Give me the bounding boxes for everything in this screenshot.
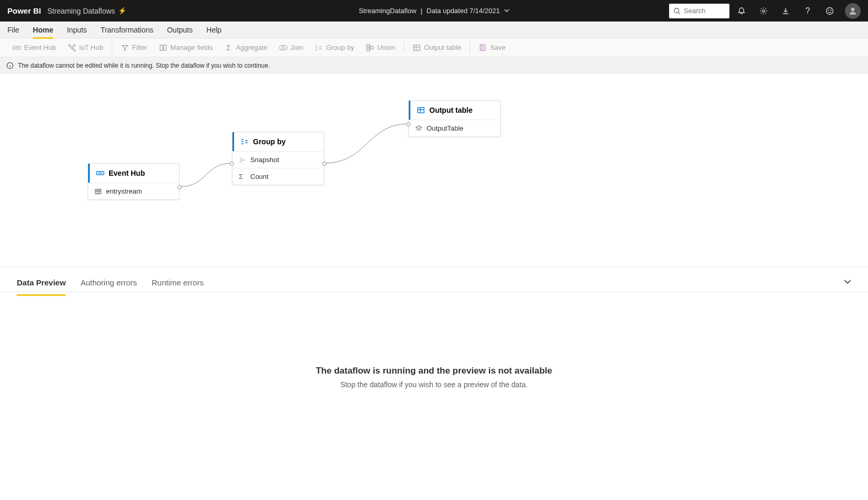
ribbon-tab-transformations[interactable]: Transformations — [101, 22, 154, 38]
node-output-table[interactable]: Output table OutputTable — [408, 100, 501, 137]
tool-save: Save — [473, 39, 511, 56]
tool-manage-fields: Manage fields — [154, 39, 218, 56]
join-icon — [279, 44, 288, 52]
tool-aggregate: Σ Aggregate — [219, 39, 273, 56]
product-name: Power BI — [7, 6, 41, 15]
download-button[interactable] — [776, 0, 796, 22]
download-icon — [781, 7, 790, 15]
toolbar-separator — [404, 42, 404, 54]
event-hub-icon — [13, 44, 21, 52]
group-by-icon — [314, 44, 323, 52]
tool-output-table: Output table — [407, 39, 467, 56]
output-port[interactable] — [177, 185, 182, 189]
topbar-center[interactable]: StreamingDataflow | Data updated 7/14/20… — [359, 7, 510, 15]
notifications-button[interactable] — [732, 0, 751, 22]
separator: | — [420, 7, 422, 15]
output-port[interactable] — [322, 162, 326, 166]
svg-rect-18 — [414, 45, 420, 50]
bottom-tabs: Data Preview Authoring errors Runtime er… — [0, 267, 868, 292]
data-updated: Data updated 7/14/2021 — [427, 7, 500, 15]
node-title: Output table — [429, 106, 472, 114]
node-header: Output table — [409, 101, 500, 120]
filter-icon — [121, 44, 129, 52]
svg-point-0 — [674, 8, 679, 13]
ribbon-tabs: File Home Inputs Transformations Outputs… — [0, 22, 868, 38]
chevron-down-icon[interactable] — [504, 7, 509, 15]
tool-union: Union — [361, 39, 400, 56]
app-name: Streaming Dataflows ⚡ — [47, 7, 126, 15]
tool-label: Output table — [424, 44, 461, 51]
dataflow-name: StreamingDataflow — [359, 7, 417, 15]
svg-point-1 — [763, 9, 765, 12]
svg-point-14 — [282, 45, 287, 50]
row-label: entrystream — [106, 187, 142, 195]
tool-group-by: Group by — [309, 39, 359, 56]
node-title: Event Hub — [109, 169, 145, 177]
tool-label: Join — [291, 44, 303, 51]
app-label: Streaming Dataflows — [47, 7, 115, 15]
avatar[interactable] — [845, 3, 861, 19]
node-row: Σ Count — [232, 168, 324, 185]
event-hub-icon — [96, 169, 104, 177]
infobar: The dataflow cannot be edited while it i… — [0, 57, 868, 74]
svg-rect-23 — [96, 189, 101, 194]
tab-runtime-errors[interactable]: Runtime errors — [152, 270, 204, 295]
group-by-icon — [240, 137, 249, 146]
svg-point-4 — [831, 10, 831, 10]
search-input[interactable] — [684, 7, 721, 15]
collapse-panel-button[interactable] — [844, 278, 851, 287]
ribbon-tab-home[interactable]: Home — [33, 22, 54, 38]
person-icon — [848, 6, 858, 16]
svg-rect-20 — [481, 48, 484, 50]
toolbar-separator — [470, 42, 470, 54]
svg-rect-12 — [164, 45, 166, 50]
tool-iot-hub: IoT Hub — [62, 39, 109, 56]
input-port[interactable] — [406, 122, 410, 126]
question-icon: ? — [806, 6, 810, 16]
tab-authoring-errors[interactable]: Authoring errors — [80, 270, 137, 295]
preview-message: The dataflow is running and the preview … — [0, 366, 868, 389]
tool-label: Union — [377, 44, 395, 51]
tool-label: Manage fields — [171, 44, 213, 51]
bottom-panel: Data Preview Authoring errors Runtime er… — [0, 267, 868, 500]
settings-button[interactable] — [754, 0, 774, 22]
sigma-icon: Σ — [239, 173, 246, 180]
tool-label: Group by — [326, 44, 354, 51]
row-label: OutputTable — [427, 124, 463, 132]
node-event-hub[interactable]: Event Hub entrystream — [88, 163, 179, 200]
topbar-left: Power BI Streaming Dataflows ⚡ — [7, 6, 126, 15]
feedback-button[interactable] — [820, 0, 840, 22]
tool-event-hub: Event Hub — [7, 39, 61, 56]
smile-icon — [825, 7, 834, 15]
iot-hub-icon — [68, 44, 76, 52]
tool-label: Filter — [132, 44, 147, 51]
preview-title: The dataflow is running and the preview … — [0, 366, 868, 376]
tool-label: IoT Hub — [79, 44, 103, 51]
union-icon — [366, 44, 374, 52]
lightning-icon: ⚡ — [118, 7, 126, 15]
tab-data-preview[interactable]: Data Preview — [17, 270, 66, 295]
output-table-icon — [417, 106, 425, 114]
node-header: Group by — [232, 132, 324, 151]
ribbon-tab-inputs[interactable]: Inputs — [67, 22, 87, 38]
toolbar-separator — [112, 42, 112, 54]
ribbon-tab-help[interactable]: Help — [206, 22, 221, 38]
search-icon — [673, 7, 681, 15]
search-box[interactable] — [669, 4, 729, 18]
tool-join: Join — [274, 39, 309, 56]
canvas[interactable]: Event Hub entrystream Group by Snapshot … — [0, 74, 868, 267]
toolbar: Event Hub IoT Hub Filter Manage fields Σ… — [0, 38, 868, 57]
snapshot-icon — [239, 157, 246, 163]
chevron-down-icon — [844, 278, 851, 285]
node-row: entrystream — [88, 183, 179, 199]
sigma-icon: Σ — [225, 44, 233, 52]
ribbon-tab-file[interactable]: File — [7, 22, 19, 38]
help-button[interactable]: ? — [798, 0, 818, 22]
bell-icon — [737, 7, 746, 15]
svg-rect-16 — [367, 48, 369, 51]
node-group-by[interactable]: Group by Snapshot Σ Count — [232, 132, 324, 185]
input-port[interactable] — [230, 162, 234, 166]
svg-point-13 — [279, 45, 284, 50]
row-label: Snapshot — [250, 156, 279, 164]
ribbon-tab-outputs[interactable]: Outputs — [167, 22, 193, 38]
